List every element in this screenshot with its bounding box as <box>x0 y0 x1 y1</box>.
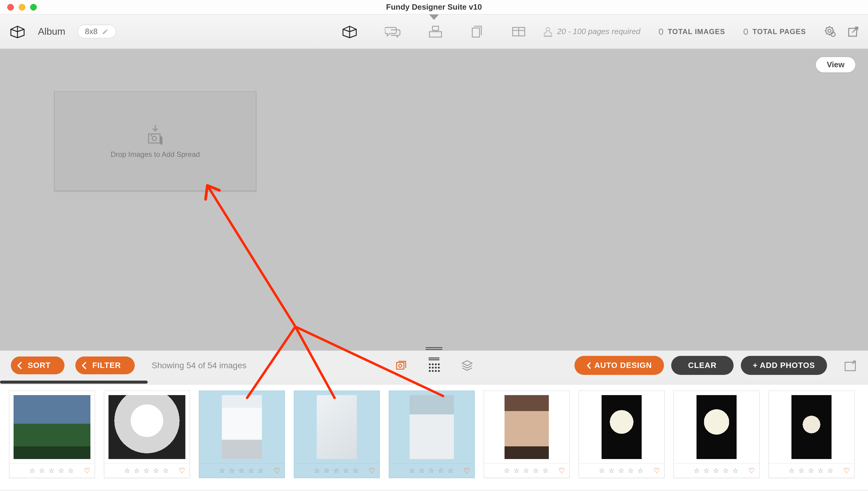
svg-point-10 <box>152 136 156 141</box>
favorite-heart-icon[interactable]: ♡ <box>179 467 185 475</box>
pencil-icon <box>102 28 108 35</box>
favorite-heart-icon[interactable]: ♡ <box>558 467 565 475</box>
svg-point-21 <box>429 370 431 372</box>
thumbnail-image <box>678 395 755 459</box>
svg-point-6 <box>828 29 831 32</box>
toolbar-pointer-icon <box>429 15 439 20</box>
svg-rect-2 <box>472 28 479 37</box>
chevron-left-icon <box>587 362 591 369</box>
favorite-heart-icon[interactable]: ♡ <box>369 467 375 475</box>
grid-view-icon[interactable] <box>428 357 440 374</box>
rating-stars[interactable]: ☆ ☆ ☆ ☆ ☆ <box>314 467 360 475</box>
rating-stars[interactable]: ☆ ☆ ☆ ☆ ☆ <box>219 467 265 475</box>
svg-rect-25 <box>845 362 855 371</box>
thumbnail-image <box>13 395 90 459</box>
rating-stars[interactable]: ☆ ☆ ☆ ☆ ☆ <box>694 467 739 475</box>
spread-tool-icon[interactable] <box>512 26 526 38</box>
thumbnail-card[interactable]: ☆ ☆ ☆ ☆ ☆ ♡ <box>579 391 664 478</box>
svg-rect-11 <box>397 363 404 369</box>
svg-point-4 <box>546 27 550 31</box>
expand-panel-icon[interactable] <box>843 359 857 372</box>
thumbnail-card[interactable]: ☆ ☆ ☆ ☆ ☆ ♡ <box>484 391 569 478</box>
svg-rect-0 <box>430 32 441 37</box>
thumbnail-image <box>583 395 660 459</box>
sort-button[interactable]: SORT <box>11 356 64 374</box>
layers-view-icon[interactable] <box>461 359 473 372</box>
settings-gear-icon[interactable] <box>824 25 837 38</box>
rating-stars[interactable]: ☆ ☆ ☆ ☆ ☆ <box>599 467 644 475</box>
thumbnail-image <box>773 395 850 459</box>
thumbnail-footer: ☆ ☆ ☆ ☆ ☆ ♡ <box>199 463 284 478</box>
thumbnail-footer: ☆ ☆ ☆ ☆ ☆ ♡ <box>674 463 759 478</box>
bottom-control-bar: SORT FILTER Showing 54 of 54 images AUTO… <box>0 350 868 380</box>
thumbnail-card[interactable]: ☆ ☆ ☆ ☆ ☆ ♡ <box>769 391 855 478</box>
drop-images-placeholder[interactable]: Drop Images to Add Spread <box>54 91 256 191</box>
pages-tool-icon[interactable] <box>470 25 484 38</box>
svg-point-24 <box>438 370 440 372</box>
clear-button[interactable]: CLEAR <box>671 356 734 375</box>
dropzone-label: Drop Images to Add Spread <box>111 150 200 158</box>
svg-point-15 <box>435 364 437 365</box>
svg-rect-1 <box>433 26 438 30</box>
add-photos-button[interactable]: + ADD PHOTOS <box>741 356 827 375</box>
thumbnail-card[interactable]: ☆ ☆ ☆ ☆ ☆ ♡ <box>294 391 380 478</box>
svg-point-17 <box>429 367 431 369</box>
chevron-left-icon <box>17 362 22 369</box>
thumbnail-scrollbar[interactable] <box>0 380 868 384</box>
thumbnail-image <box>393 395 470 459</box>
favorite-heart-icon[interactable]: ♡ <box>748 467 755 475</box>
rating-stars[interactable]: ☆ ☆ ☆ ☆ ☆ <box>504 467 550 475</box>
module-label: Album <box>38 26 65 37</box>
favorite-heart-icon[interactable]: ♡ <box>653 467 660 475</box>
thumbnail-card[interactable]: ☆ ☆ ☆ ☆ ☆ ♡ <box>104 391 190 478</box>
thumbnail-footer: ☆ ☆ ☆ ☆ ☆ ♡ <box>579 463 664 478</box>
stamp-icon <box>542 26 554 37</box>
design-canvas[interactable]: View Drop Images to Add Spread <box>0 49 868 350</box>
app-logo-icon[interactable] <box>9 25 26 38</box>
showing-count-label: Showing 54 of 54 images <box>152 361 246 370</box>
view-mode-group <box>395 357 473 374</box>
rating-stars[interactable]: ☆ ☆ ☆ ☆ ☆ <box>29 467 75 475</box>
favorite-heart-icon[interactable]: ♡ <box>843 467 850 475</box>
stack-view-icon[interactable] <box>395 359 407 372</box>
svg-point-7 <box>831 32 835 36</box>
scrollbar-thumb[interactable] <box>0 381 148 384</box>
svg-point-12 <box>399 364 402 367</box>
panel-drag-handle-icon[interactable] <box>426 347 442 350</box>
svg-rect-9 <box>149 134 160 143</box>
svg-point-18 <box>432 367 434 369</box>
svg-point-20 <box>438 367 440 369</box>
favorite-heart-icon[interactable]: ♡ <box>274 467 280 475</box>
thumbnail-card[interactable]: ☆ ☆ ☆ ☆ ☆ ♡ <box>199 391 285 478</box>
thumbnail-card[interactable]: ☆ ☆ ☆ ☆ ☆ ♡ <box>9 391 95 478</box>
auto-design-button[interactable]: AUTO DESIGN <box>575 356 664 375</box>
thumbnail-footer: ☆ ☆ ☆ ☆ ☆ ♡ <box>104 463 190 478</box>
svg-point-13 <box>429 364 431 365</box>
thumbnail-image <box>108 395 185 459</box>
album-tool-icon[interactable] <box>342 25 357 38</box>
page-requirement: 20 - 100 pages required <box>542 26 641 37</box>
svg-point-19 <box>435 367 437 369</box>
favorite-heart-icon[interactable]: ♡ <box>84 467 90 475</box>
album-size-selector[interactable]: 8x8 <box>78 25 116 38</box>
thumbnail-footer: ☆ ☆ ☆ ☆ ☆ ♡ <box>769 463 854 478</box>
thumbnail-card[interactable]: ☆ ☆ ☆ ☆ ☆ ♡ <box>389 391 475 478</box>
rating-stars[interactable]: ☆ ☆ ☆ ☆ ☆ <box>789 467 834 475</box>
filter-button[interactable]: FILTER <box>75 356 135 374</box>
rating-stars[interactable]: ☆ ☆ ☆ ☆ ☆ <box>124 467 170 475</box>
view-button[interactable]: View <box>815 56 856 73</box>
external-link-icon[interactable] <box>847 26 859 37</box>
thumbnail-card[interactable]: ☆ ☆ ☆ ☆ ☆ ♡ <box>674 391 760 478</box>
thumbnail-image <box>488 395 565 459</box>
layout-tool-icon[interactable] <box>428 25 443 38</box>
thumbnail-image <box>204 395 280 459</box>
rating-stars[interactable]: ☆ ☆ ☆ ☆ ☆ <box>409 467 455 475</box>
chevron-left-icon <box>82 362 87 369</box>
thumbnail-footer: ☆ ☆ ☆ ☆ ☆ ♡ <box>294 463 379 478</box>
comments-tool-icon[interactable] <box>385 26 401 38</box>
window-titlebar: Fundy Designer Suite v10 <box>0 0 868 15</box>
favorite-heart-icon[interactable]: ♡ <box>464 467 470 475</box>
svg-point-16 <box>438 364 440 365</box>
total-images-counter: 0 TOTAL IMAGES <box>658 27 725 37</box>
toolbar-right-info: 20 - 100 pages required 0 TOTAL IMAGES 0… <box>542 25 859 38</box>
